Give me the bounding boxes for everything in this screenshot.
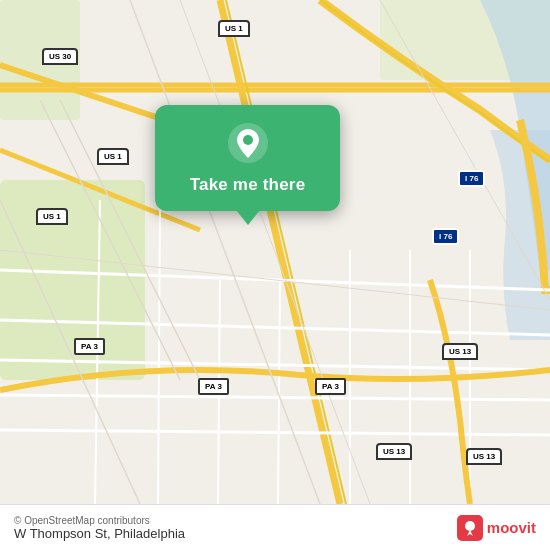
shield-us13-right2: US 13 <box>466 448 502 465</box>
moovit-logo: moovit <box>457 515 536 541</box>
popup-card: Take me there <box>155 105 340 211</box>
svg-rect-1 <box>0 180 145 380</box>
shield-i76-2: I 76 <box>432 228 459 245</box>
shield-pa3-left: PA 3 <box>74 338 105 355</box>
location-label: W Thompson St, Philadelphia <box>14 526 185 541</box>
map-background <box>0 0 550 550</box>
moovit-label: moovit <box>487 519 536 536</box>
shield-us30: US 30 <box>42 48 78 65</box>
shield-i76-1: I 76 <box>458 170 485 187</box>
shield-us1-top: US 1 <box>218 20 250 37</box>
take-me-there-button[interactable]: Take me there <box>190 175 306 195</box>
attribution-text: © OpenStreetMap contributors <box>14 515 185 526</box>
svg-point-30 <box>243 135 253 145</box>
shield-pa3-mid2: PA 3 <box>315 378 346 395</box>
location-pin-icon <box>226 121 270 165</box>
svg-point-32 <box>465 521 475 531</box>
moovit-icon <box>457 515 483 541</box>
shield-us13-right: US 13 <box>442 343 478 360</box>
shield-us13-bot: US 13 <box>376 443 412 460</box>
shield-us1-left: US 1 <box>36 208 68 225</box>
shield-pa3-mid1: PA 3 <box>198 378 229 395</box>
bottom-bar: © OpenStreetMap contributors W Thompson … <box>0 504 550 550</box>
map-container: US 30 US 1 US 1 US 1 I 76 I 76 PA 3 PA 3… <box>0 0 550 550</box>
shield-us1-mid: US 1 <box>97 148 129 165</box>
